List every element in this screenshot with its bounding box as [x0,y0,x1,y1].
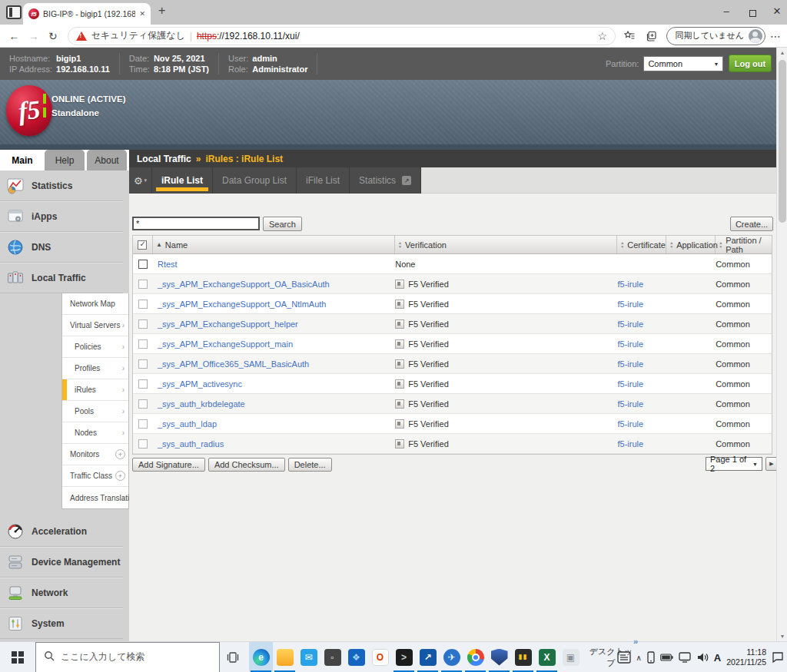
irule-name-link[interactable]: _sys_APM_Office365_SAML_BasicAuth [158,359,309,369]
submenu-item-virtual-servers[interactable]: Virtual Servers › + [62,315,128,336]
sidebar-item-device-management[interactable]: Device Management [0,547,123,578]
irule-name-link[interactable]: _sys_auth_ldap [158,419,217,429]
taskbar-app-photos-alt[interactable]: ▣ [559,642,583,672]
submenu-item-profiles[interactable]: Profiles › + [62,358,128,379]
phone-icon[interactable] [647,651,655,664]
irule-name-link[interactable]: Rtest [158,260,178,269]
column-header-certificate[interactable]: ▲▼Certificate [617,236,666,253]
irule-name-link[interactable]: _sys_auth_radius [158,439,224,449]
search-button[interactable]: Search [263,217,302,231]
scroll-down-arrow[interactable]: ▼ [777,634,787,639]
page-select[interactable]: Page 1 of 2 ▼ [706,457,762,471]
refresh-button[interactable]: ↻ [43,30,62,42]
tab-help[interactable]: Help [45,150,85,170]
sidebar-item-system[interactable]: System [0,608,123,639]
back-button[interactable]: ← [5,30,24,42]
window-minimize-button[interactable]: – [716,5,736,17]
tab-main[interactable]: Main [2,150,42,170]
column-header-name[interactable]: ▲Name [153,236,395,253]
taskbar-clock[interactable]: 11:18 2021/11/25 [726,647,766,667]
row-checkbox[interactable] [138,439,148,449]
window-maximize-button[interactable] [742,8,762,19]
scroll-up-arrow[interactable]: ▲ [777,50,787,55]
row-checkbox[interactable] [138,359,148,369]
certificate-link[interactable]: f5-irule [617,359,643,369]
partition-select[interactable]: Common ▼ [643,56,723,71]
tab-actions-icon[interactable] [6,5,22,19]
browser-menu-icon[interactable]: ⋯ [770,30,781,42]
news-widget-icon[interactable] [617,651,631,664]
certificate-link[interactable]: f5-irule [617,319,643,329]
submenu-item-monitors[interactable]: Monitors › + [62,444,128,465]
tab-about[interactable]: About [87,150,127,170]
sidebar-item-local-traffic[interactable]: Local Traffic [0,263,123,293]
browser-profile-button[interactable]: 同期していません [666,27,765,45]
submenu-item-address-translation[interactable]: Address Translation › + [62,487,128,508]
submenu-item-irules[interactable]: iRules › + [62,379,128,401]
battery-icon[interactable] [660,654,673,661]
speaker-icon[interactable] [696,652,709,663]
taskbar-app-terminal[interactable]: > [392,642,416,672]
taskbar-app-shield[interactable] [487,642,511,672]
certificate-link[interactable]: f5-irule [617,379,643,389]
sidebar-item-network[interactable]: Network [0,578,123,608]
add-favorite-icon[interactable]: ☆ [597,30,607,42]
taskbar-app-snip[interactable]: ▫ [320,642,344,672]
address-bar[interactable]: セキュリティ保護なし | https://192.168.10.11/xui/ … [68,27,616,45]
collections-icon[interactable] [643,30,660,42]
sidebar-item-statistics[interactable]: Statistics [0,170,123,201]
row-checkbox[interactable] [138,300,148,309]
search-input[interactable] [132,217,260,230]
submenu-item-nodes[interactable]: Nodes › + [62,422,128,444]
column-header-verification[interactable]: ▲▼Verification [395,236,617,253]
forward-button[interactable]: → [24,30,43,42]
certificate-link[interactable]: f5-irule [617,280,643,289]
expand-plus-icon[interactable]: + [115,471,125,481]
certificate-link[interactable]: f5-irule [617,339,643,349]
options-gear-button[interactable]: ⚙ ▾ [129,167,152,194]
taskbar-app-mail[interactable]: ✉ [297,642,320,672]
taskbar-search[interactable]: ここに入力して検索 [35,642,220,672]
page-scrollbar[interactable]: ▲ ▼ [776,48,787,641]
sidebar-item-dns[interactable]: DNS [0,232,123,263]
certificate-link[interactable]: f5-irule [617,439,643,449]
add-signature-button[interactable]: Add Signature... [132,458,205,472]
irule-name-link[interactable]: _sys_APM_ExchangeSupport_OA_NtlmAuth [158,300,327,309]
popup-icon[interactable]: ↗ [402,176,411,185]
task-view-icon[interactable] [220,642,246,672]
sidebar-item-acceleration[interactable]: Acceleration [0,516,123,547]
taskbar-app-office[interactable]: O [368,642,392,672]
taskbar-app-chrome[interactable] [463,642,487,672]
create-button[interactable]: Create... [730,217,773,231]
taskbar-app-file-explorer[interactable] [273,642,297,672]
scrollbar-thumb[interactable] [779,60,786,223]
delete-button[interactable]: Delete... [288,458,332,472]
irule-name-link[interactable]: _sys_auth_krbdelegate [158,399,245,409]
submenu-item-policies[interactable]: Policies › + [62,336,128,358]
submenu-item-pools[interactable]: Pools › + [62,401,128,422]
new-tab-button[interactable]: + [158,4,165,18]
certificate-link[interactable]: f5-irule [617,399,643,409]
subtab[interactable]: iRule List ↗ [152,167,213,194]
select-all-checkbox[interactable] [138,240,147,250]
taskbar-app-powerbar[interactable]: ▮▮ [511,642,535,672]
subtab[interactable]: iFile List ↗ [297,167,350,194]
column-header-application[interactable]: ▲▼Application [666,236,716,253]
irule-name-link[interactable]: _sys_APM_ExchangeSupport_OA_BasicAuth [158,280,330,289]
row-checkbox[interactable] [138,399,148,409]
row-checkbox[interactable] [138,379,148,389]
browser-tab[interactable]: f5 BIG-IP® - bigip1 (192.168.10.11) ✕ [23,3,151,25]
submenu-item-traffic-class[interactable]: Traffic Class › + [62,465,128,487]
subtab[interactable]: Statistics ↗ [350,167,421,194]
logout-button[interactable]: Log out [729,55,772,72]
irule-name-link[interactable]: _sys_APM_ExchangeSupport_helper [158,319,298,329]
sidebar-item-iapps[interactable]: iApps [0,201,123,232]
taskbar-app-remote[interactable]: ↗ [416,642,440,672]
notification-icon[interactable] [772,651,784,664]
ime-indicator[interactable]: A [714,652,721,664]
column-header-partition[interactable]: ▲▼Partition / Path [716,236,772,253]
row-checkbox[interactable] [138,339,148,349]
subtab[interactable]: Data Group List ↗ [213,167,297,194]
window-close-button[interactable]: ✕ [767,5,787,17]
row-checkbox[interactable] [138,260,148,269]
